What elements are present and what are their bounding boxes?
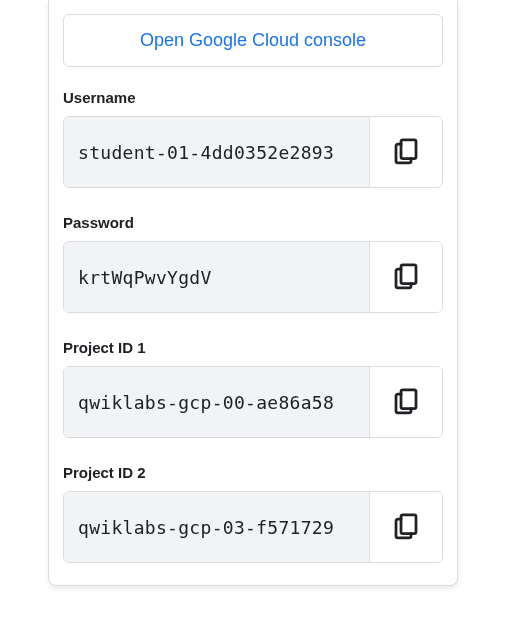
password-label: Password <box>63 214 443 231</box>
copy-icon <box>391 511 421 544</box>
lab-credentials-card: Open Google Cloud console Username stude… <box>48 0 458 586</box>
svg-rect-0 <box>401 139 416 158</box>
project-id-2-value: qwiklabs-gcp-03-f571729 <box>64 492 370 562</box>
username-row: student-01-4dd0352e2893 <box>63 116 443 188</box>
password-value: krtWqPwvYgdV <box>64 242 370 312</box>
project-id-2-label: Project ID 2 <box>63 464 443 481</box>
copy-username-button[interactable] <box>370 117 442 187</box>
project-id-1-row: qwiklabs-gcp-00-ae86a58 <box>63 366 443 438</box>
project-id-2-row: qwiklabs-gcp-03-f571729 <box>63 491 443 563</box>
svg-rect-2 <box>401 389 416 408</box>
svg-rect-3 <box>401 514 416 533</box>
copy-icon <box>391 261 421 294</box>
copy-project-id-1-button[interactable] <box>370 367 442 437</box>
project-id-1-label: Project ID 1 <box>63 339 443 356</box>
project-id-1-value: qwiklabs-gcp-00-ae86a58 <box>64 367 370 437</box>
username-label: Username <box>63 89 443 106</box>
copy-icon <box>391 136 421 169</box>
open-google-cloud-console-button[interactable]: Open Google Cloud console <box>63 14 443 67</box>
copy-icon <box>391 386 421 419</box>
password-row: krtWqPwvYgdV <box>63 241 443 313</box>
svg-rect-1 <box>401 264 416 283</box>
username-value: student-01-4dd0352e2893 <box>64 117 370 187</box>
copy-project-id-2-button[interactable] <box>370 492 442 562</box>
copy-password-button[interactable] <box>370 242 442 312</box>
